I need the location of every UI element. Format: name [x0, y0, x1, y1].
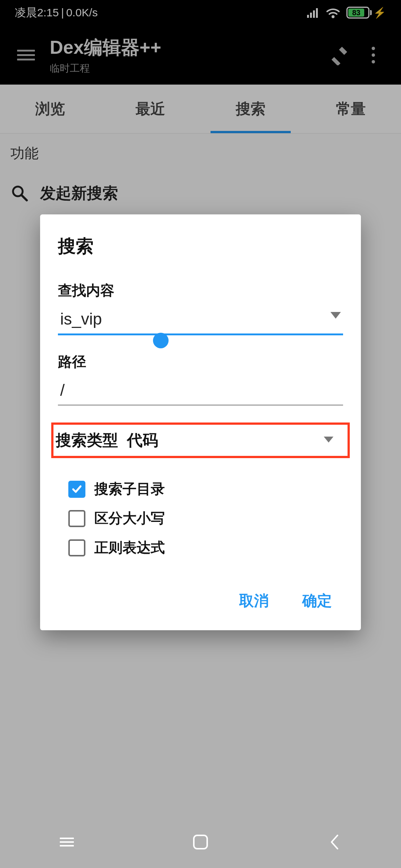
option-case-sensitive[interactable]: 区分大小写 — [58, 504, 343, 533]
search-type-label: 搜索类型 — [56, 430, 118, 451]
system-nav-bar — [0, 816, 401, 868]
checkbox-unchecked-icon — [68, 539, 85, 556]
search-dialog: 搜索 查找内容 路径 搜索类型 代码 搜索子目录 — [40, 214, 361, 630]
ok-button[interactable]: 确定 — [299, 585, 336, 617]
search-type-value: 代码 — [127, 430, 158, 451]
checkbox-checked-icon — [68, 481, 85, 498]
path-label: 路径 — [58, 352, 343, 371]
option-regex[interactable]: 正则表达式 — [58, 533, 343, 562]
option-subdirs[interactable]: 搜索子目录 — [58, 474, 343, 504]
nav-recent-button[interactable] — [54, 829, 80, 855]
nav-back-button[interactable] — [321, 829, 347, 855]
find-label: 查找内容 — [58, 281, 343, 300]
text-cursor-handle-icon[interactable] — [153, 333, 169, 348]
chevron-down-icon — [324, 437, 333, 443]
checkbox-unchecked-icon — [68, 510, 85, 527]
dialog-title: 搜索 — [58, 234, 343, 258]
cancel-button[interactable]: 取消 — [235, 585, 273, 617]
search-type-selector[interactable]: 搜索类型 代码 — [51, 423, 350, 458]
path-input[interactable] — [58, 378, 343, 405]
recent-apps-icon — [60, 835, 74, 849]
home-icon — [193, 835, 208, 849]
chevron-down-icon — [330, 312, 341, 319]
find-input[interactable] — [58, 307, 343, 335]
nav-home-button[interactable] — [188, 829, 213, 855]
find-history-dropdown[interactable] — [330, 312, 341, 320]
back-icon — [329, 834, 339, 850]
